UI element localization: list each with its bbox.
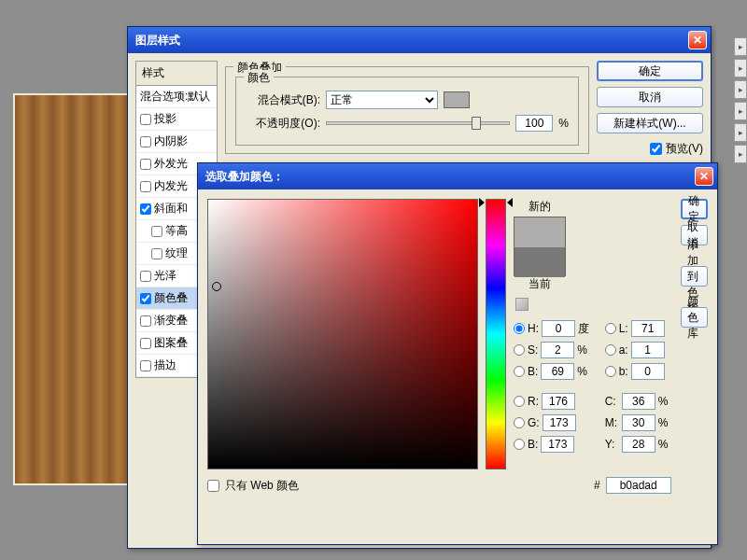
style-checkbox[interactable] <box>140 203 151 215</box>
panel-tab[interactable]: ▸ <box>734 102 747 120</box>
y-input[interactable]: 28 <box>622 436 655 453</box>
new-color-label: 新的 <box>514 199 566 215</box>
style-checkbox[interactable] <box>140 315 151 327</box>
a-input[interactable]: 1 <box>631 342 665 358</box>
r-radio[interactable] <box>514 396 525 407</box>
color-preview-box <box>514 217 566 276</box>
b2-radio[interactable] <box>514 439 525 450</box>
new-style-button[interactable]: 新建样式(W)... <box>597 113 703 133</box>
preview-label: 预览(V) <box>666 141 703 157</box>
blend-default-row[interactable]: 混合选项:默认 <box>136 86 217 108</box>
style-item[interactable]: 内阴影 <box>136 131 217 153</box>
opacity-label: 不透明度(O): <box>246 116 320 132</box>
panel-tab[interactable]: ▸ <box>734 123 747 142</box>
b-radio[interactable] <box>514 366 525 377</box>
g-radio[interactable] <box>514 417 525 428</box>
hue-arrow-icon <box>479 198 485 207</box>
style-checkbox[interactable] <box>140 181 151 192</box>
current-color-swatch[interactable] <box>514 247 565 277</box>
color-swatch[interactable] <box>444 91 470 108</box>
style-checkbox[interactable] <box>140 159 151 170</box>
hex-input[interactable]: b0adad <box>606 477 671 494</box>
b-input[interactable]: 69 <box>541 363 574 380</box>
saturation-value-field[interactable] <box>207 199 478 469</box>
hue-arrow-icon <box>507 198 513 207</box>
style-list-header[interactable]: 样式 <box>136 62 217 86</box>
opacity-slider[interactable] <box>326 121 510 125</box>
dialog-title: 选取叠加颜色： <box>205 169 695 185</box>
style-item[interactable]: 投影 <box>136 108 217 131</box>
opacity-unit: % <box>558 117 569 130</box>
group-label: 颜色 <box>244 70 274 86</box>
close-icon[interactable]: ✕ <box>695 167 713 186</box>
m-input[interactable]: 30 <box>622 414 655 431</box>
style-checkbox[interactable] <box>140 293 151 304</box>
titlebar[interactable]: 图层样式 ✕ <box>128 27 711 53</box>
c-input[interactable]: 36 <box>622 393 655 410</box>
style-checkbox[interactable] <box>140 114 151 125</box>
panel-tab[interactable]: ▸ <box>734 80 747 99</box>
color-picker-dialog: 选取叠加颜色： ✕ 新的 <box>197 162 718 545</box>
color-overlay-group: 颜色叠加 颜色 混合模式(B): 正常 不透明度(O): % <box>225 66 589 154</box>
style-checkbox[interactable] <box>151 226 162 237</box>
preview-checkbox[interactable] <box>650 143 662 155</box>
opacity-input[interactable] <box>515 115 553 132</box>
style-checkbox[interactable] <box>151 248 162 259</box>
hue-slider[interactable] <box>486 199 506 469</box>
style-checkbox[interactable] <box>140 360 151 371</box>
h-input[interactable]: 0 <box>542 320 575 337</box>
panel-tab[interactable]: ▸ <box>734 145 747 163</box>
slider-thumb[interactable] <box>472 117 481 130</box>
g-input[interactable]: 173 <box>543 414 576 431</box>
web-only-checkbox[interactable] <box>207 480 219 492</box>
panel-tab[interactable]: ▸ <box>734 37 747 56</box>
l-input[interactable]: 71 <box>631 320 665 337</box>
r-input[interactable]: 176 <box>542 393 575 410</box>
current-color-label: 当前 <box>514 276 566 292</box>
s-input[interactable]: 2 <box>541 342 574 358</box>
b2-input[interactable]: 173 <box>541 436 574 453</box>
blend-mode-label: 混合模式(B): <box>246 92 320 108</box>
side-panel-tabs: ▸ ▸ ▸ ▸ ▸ ▸ <box>734 37 747 166</box>
cancel-button[interactable]: 取消 <box>597 87 703 107</box>
a-radio[interactable] <box>605 344 616 356</box>
h-radio[interactable] <box>514 323 525 334</box>
blend-mode-select[interactable]: 正常 <box>326 91 438 109</box>
web-only-label: 只有 Web 颜色 <box>225 478 299 494</box>
color-marker-icon[interactable] <box>212 282 221 291</box>
color-library-button[interactable]: 颜色库 <box>681 307 708 328</box>
add-swatch-button[interactable]: 添加到色板 <box>681 266 708 287</box>
style-checkbox[interactable] <box>140 338 151 349</box>
hex-prefix: # <box>594 479 600 492</box>
color-inner-group: 颜色 混合模式(B): 正常 不透明度(O): % <box>235 77 579 146</box>
style-checkbox[interactable] <box>140 136 151 147</box>
new-color-swatch[interactable] <box>514 217 565 247</box>
close-icon[interactable]: ✕ <box>688 31 707 49</box>
cube-icon[interactable] <box>515 298 529 311</box>
l-radio[interactable] <box>605 323 616 334</box>
wood-background <box>13 93 129 485</box>
s-radio[interactable] <box>514 344 525 356</box>
ok-button[interactable]: 确定 <box>597 61 703 81</box>
panel-tab[interactable]: ▸ <box>734 59 747 77</box>
lab-b-input[interactable]: 0 <box>631 363 665 380</box>
dialog-title: 图层样式 <box>135 33 688 49</box>
style-checkbox[interactable] <box>140 271 151 282</box>
ok-button[interactable]: 确定 <box>681 199 708 219</box>
titlebar[interactable]: 选取叠加颜色： ✕ <box>198 163 717 189</box>
lab-b-radio[interactable] <box>605 366 616 377</box>
